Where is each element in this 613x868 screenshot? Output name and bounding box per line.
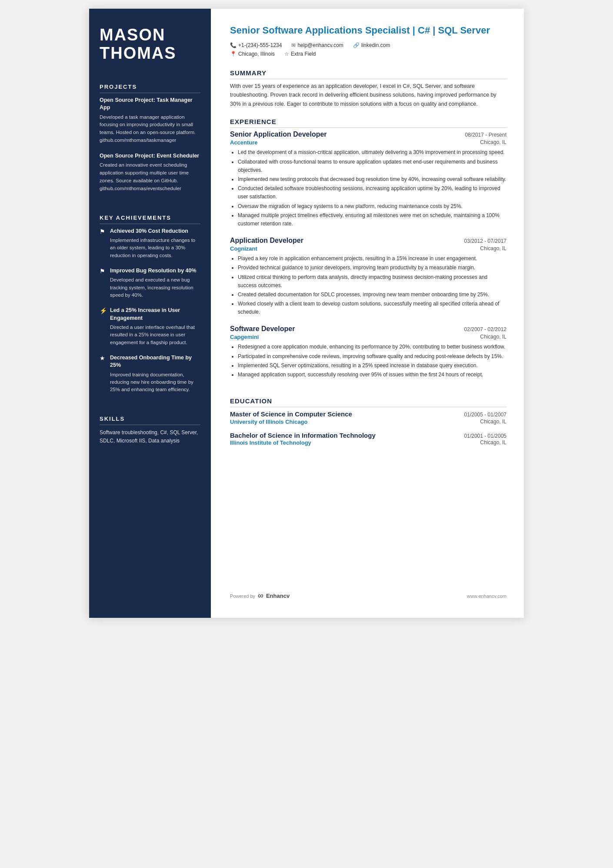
job-2-bullet-4: Created detailed documentation for SDLC … <box>238 291 506 299</box>
phone-text: +1-(234)-555-1234 <box>238 42 282 48</box>
job-3-bullet-1: Redesigned a core application module, en… <box>238 343 506 351</box>
job-3: Software Developer 02/2007 - 02/2012 Cap… <box>230 325 506 380</box>
achievement-3: ⚡ Led a 25% Increase in User Engagement … <box>100 307 200 346</box>
project-1-desc: Developed a task manager application foc… <box>100 114 200 144</box>
footer-right: www.enhancv.com <box>467 593 506 599</box>
achievement-1-icon: ⚑ <box>100 228 107 259</box>
job-1-location: Chicago, IL <box>480 139 506 146</box>
edu-2: Bachelor of Science in Information Techn… <box>230 431 506 446</box>
achievement-2: ⚑ Improved Bug Resolution by 40% Develop… <box>100 267 200 299</box>
achievement-2-title: Improved Bug Resolution by 40% <box>110 267 200 275</box>
job-2-company-row: Cognizant Chicago, IL <box>230 245 506 252</box>
edu-2-location: Chicago, IL <box>480 439 506 446</box>
job-2-company: Cognizant <box>230 245 257 252</box>
achievement-2-desc: Developed and executed a new bug trackin… <box>110 276 200 299</box>
edu-2-header: Bachelor of Science in Information Techn… <box>230 431 506 440</box>
edu-1-degree: Master of Science in Computer Science <box>230 410 352 419</box>
footer-brand: Enhancv <box>266 593 290 599</box>
contact-email: ✉ help@enhancv.com <box>291 42 343 48</box>
email-icon: ✉ <box>291 42 296 48</box>
extra-text: Extra Field <box>291 51 316 57</box>
edu-2-school: Illinois Institute of Technology <box>230 439 311 446</box>
contact-row: 📞 +1-(234)-555-1234 ✉ help@enhancv.com 🔗… <box>230 42 506 48</box>
job-3-location: Chicago, IL <box>480 334 506 340</box>
job-1-company: Accenture <box>230 139 258 146</box>
job-title: Senior Software Applications Specialist … <box>230 24 506 37</box>
job-3-date: 02/2007 - 02/2012 <box>464 326 506 332</box>
edu-2-date: 01/2001 - 01/2005 <box>464 433 506 439</box>
job-2: Application Developer 03/2012 - 07/2017 … <box>230 237 506 317</box>
name-block: MASON THOMAS <box>100 26 200 63</box>
footer-left: Powered by ∞ Enhancv <box>230 591 290 600</box>
job-1-title: Senior Application Developer <box>230 131 327 138</box>
contact-extra: ☆ Extra Field <box>284 51 316 57</box>
achievement-3-desc: Directed a user interface overhaul that … <box>110 324 200 346</box>
edu-1-school: University of Illinois Chicago <box>230 419 307 425</box>
skills-section: SKILLS Software troubleshooting, C#, SQL… <box>100 416 200 445</box>
skills-title: SKILLS <box>100 416 200 425</box>
first-name: MASON <box>100 26 200 44</box>
sidebar: MASON THOMAS PROJECTS Open Source Projec… <box>89 9 211 618</box>
edu-2-degree: Bachelor of Science in Information Techn… <box>230 431 376 440</box>
job-2-bullet-3: Utilized critical thinking to perform da… <box>238 273 506 290</box>
job-3-bullet-3: Implemented SQL Server optimizations, re… <box>238 362 506 370</box>
job-3-bullet-4: Managed application support, successfull… <box>238 371 506 379</box>
job-3-header: Software Developer 02/2007 - 02/2012 <box>230 325 506 333</box>
edu-1-school-row: University of Illinois Chicago Chicago, … <box>230 419 506 425</box>
contact-linkedin: 🔗 linkedin.com <box>353 42 390 48</box>
achievement-1: ⚑ Achieved 30% Cost Reduction Implemente… <box>100 228 200 259</box>
job-1-bullet-5: Oversaw the migration of legacy systems … <box>238 202 506 211</box>
achievement-4-icon: ★ <box>100 355 107 394</box>
linkedin-icon: 🔗 <box>353 42 360 48</box>
projects-title: PROJECTS <box>100 84 200 93</box>
contact-phone: 📞 +1-(234)-555-1234 <box>230 42 282 48</box>
contact-row-2: 📍 Chicago, Illinois ☆ Extra Field <box>230 51 506 57</box>
job-2-bullet-2: Provided technical guidance to junior de… <box>238 264 506 272</box>
edu-1-date: 01/2005 - 01/2007 <box>464 412 506 418</box>
achievement-2-icon: ⚑ <box>100 268 107 299</box>
job-1-bullet-1: Led the development of a mission-critica… <box>238 148 506 157</box>
job-2-bullets: Played a key role in application enhance… <box>230 255 506 316</box>
achievements-section: KEY ACHIEVEMENTS ⚑ Achieved 30% Cost Red… <box>100 214 200 402</box>
edu-1-location: Chicago, IL <box>480 419 506 425</box>
job-1-bullet-3: Implemented new testing protocols that d… <box>238 175 506 184</box>
location-icon: 📍 <box>230 51 237 57</box>
achievement-1-title: Achieved 30% Cost Reduction <box>110 228 200 235</box>
edu-1: Master of Science in Computer Science 01… <box>230 410 506 425</box>
footer: Powered by ∞ Enhancv www.enhancv.com <box>230 583 506 600</box>
powered-by-text: Powered by <box>230 593 255 599</box>
job-3-bullets: Redesigned a core application module, en… <box>230 343 506 379</box>
achievement-3-icon: ⚡ <box>100 307 107 346</box>
job-2-title: Application Developer <box>230 237 303 245</box>
job-2-bullet-1: Played a key role in application enhance… <box>238 255 506 263</box>
extra-icon: ☆ <box>284 51 289 57</box>
achievement-4-title: Decreased Onboarding Time by 25% <box>110 354 200 369</box>
job-3-title: Software Developer <box>230 325 295 333</box>
education-section-title: EDUCATION <box>230 397 506 407</box>
job-2-location: Chicago, IL <box>480 245 506 252</box>
achievement-4: ★ Decreased Onboarding Time by 25% Impro… <box>100 354 200 394</box>
projects-section: PROJECTS Open Source Project: Task Manag… <box>100 84 200 201</box>
job-1-bullet-4: Conducted detailed software troubleshoot… <box>238 184 506 201</box>
project-1: Open Source Project: Task Manager App De… <box>100 97 200 144</box>
edu-2-school-row: Illinois Institute of Technology Chicago… <box>230 439 506 446</box>
job-1: Senior Application Developer 08/2017 - P… <box>230 131 506 229</box>
achievement-1-desc: Implemented infrastructure changes to an… <box>110 237 200 259</box>
job-1-bullet-2: Collaborated with cross-functional teams… <box>238 158 506 174</box>
project-1-title: Open Source Project: Task Manager App <box>100 97 200 112</box>
job-3-company-row: Capgemini Chicago, IL <box>230 334 506 340</box>
job-1-header: Senior Application Developer 08/2017 - P… <box>230 131 506 138</box>
project-2-desc: Created an innovative event scheduling a… <box>100 161 200 192</box>
job-3-company: Capgemini <box>230 334 259 340</box>
project-2: Open Source Project: Event Scheduler Cre… <box>100 152 200 193</box>
job-3-bullet-2: Participated in comprehensive code revie… <box>238 352 506 361</box>
job-1-company-row: Accenture Chicago, IL <box>230 139 506 146</box>
edu-1-header: Master of Science in Computer Science 01… <box>230 410 506 419</box>
summary-section-title: SUMMARY <box>230 69 506 79</box>
job-1-bullets: Led the development of a mission-critica… <box>230 148 506 228</box>
contact-location: 📍 Chicago, Illinois <box>230 51 275 57</box>
location-text: Chicago, Illinois <box>238 51 275 57</box>
job-2-bullet-5: Worked closely with a client team to dev… <box>238 300 506 316</box>
achievement-3-title: Led a 25% Increase in User Engagement <box>110 307 200 322</box>
achievements-title: KEY ACHIEVEMENTS <box>100 214 200 224</box>
